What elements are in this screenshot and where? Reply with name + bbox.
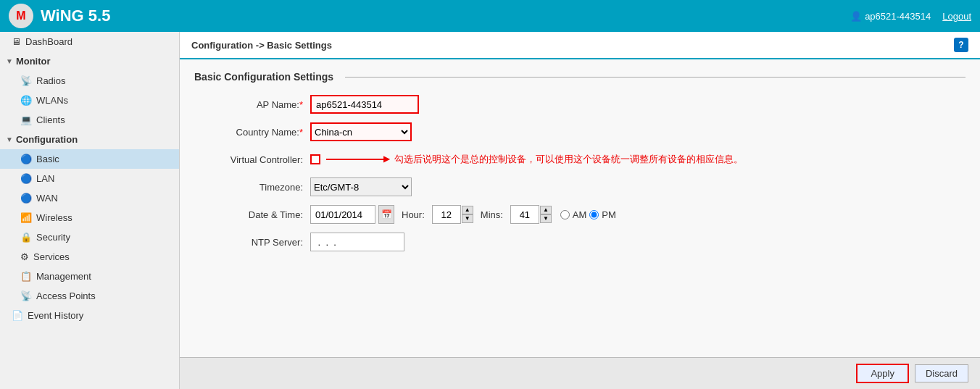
timezone-select[interactable]: Etc/GMT-8 Etc/GMT-7 Etc/GMT+0 Etc/GMT+8 [310, 177, 412, 196]
radios-icon: 📡 [20, 75, 32, 86]
sidebar-item-lan[interactable]: 🔵 LAN [0, 169, 179, 188]
wireless-icon: 📶 [20, 212, 32, 223]
hour-down-button[interactable]: ▼ [462, 214, 473, 223]
country-name-select[interactable]: China-cn USA Japan UK Germany [310, 122, 412, 141]
section-title: Basic Configuration Settings [194, 71, 966, 83]
mins-down-button[interactable]: ▼ [540, 214, 552, 223]
sidebar-item-clients[interactable]: 💻 Clients [0, 110, 179, 130]
logo-icon: M [9, 4, 33, 28]
sidebar-item-services[interactable]: ⚙ Services [0, 247, 179, 267]
sidebar-item-label: WAN [36, 193, 58, 204]
mins-label: Mins: [481, 209, 503, 220]
triangle-icon: ▼ [6, 135, 13, 143]
dashboard-icon: 🖥 [12, 36, 21, 47]
date-time-label: Date & Time: [194, 209, 310, 220]
ap-name-label: AP Name:* [194, 99, 310, 110]
sidebar-item-label: Clients [36, 114, 65, 125]
sidebar-item-label: Basic [36, 154, 59, 164]
access-points-icon: 📡 [20, 290, 32, 301]
required-star: * [299, 127, 303, 138]
header-right: 👤 ap6521-443514 Logout [850, 11, 971, 22]
sidebar-section-configuration[interactable]: ▼ Configuration [0, 130, 179, 149]
calendar-button[interactable]: 📅 [378, 205, 394, 224]
form-area: Basic Configuration Settings AP Name:* C… [180, 59, 980, 357]
timezone-row: Timezone: Etc/GMT-8 Etc/GMT-7 Etc/GMT+0 … [194, 177, 966, 197]
country-name-label: Country Name:* [194, 127, 310, 138]
discard-button[interactable]: Discard [915, 364, 968, 382]
wan-icon: 🔵 [20, 193, 32, 204]
sidebar-item-label: Radios [36, 75, 65, 86]
sidebar-item-label: Security [36, 232, 70, 243]
management-icon: 📋 [20, 271, 32, 282]
sidebar-item-label: LAN [36, 173, 54, 184]
virtual-controller-label: Virtual Controller: [194, 154, 310, 165]
logout-button[interactable]: Logout [942, 11, 971, 22]
sidebar-item-label: Access Points [36, 290, 96, 301]
sidebar-item-wlans[interactable]: 🌐 WLANs [0, 91, 179, 110]
sidebar-item-wireless[interactable]: 📶 Wireless [0, 208, 179, 227]
ap-name-row: AP Name:* [194, 94, 966, 114]
am-label: AM [573, 209, 587, 220]
pm-radio[interactable] [589, 210, 599, 219]
sidebar-item-security[interactable]: 🔒 Security [0, 227, 179, 247]
sidebar-item-label: Wireless [36, 212, 72, 223]
sidebar-item-label: DashBoard [25, 36, 72, 47]
monitor-label: Monitor [16, 56, 51, 67]
hour-input[interactable] [432, 205, 461, 224]
breadcrumb-bar: Configuration -> Basic Settings ? [180, 32, 980, 59]
basic-icon: 🔵 [20, 154, 32, 164]
app-title: WiNG 5.5 [41, 7, 110, 25]
hour-up-button[interactable]: ▲ [462, 206, 473, 214]
date-time-row: Date & Time: 📅 Hour: ▲ ▼ Mins: [194, 204, 966, 225]
mins-spinner[interactable]: ▲ ▼ [540, 206, 552, 223]
breadcrumb: Configuration -> Basic Settings [191, 40, 332, 51]
sidebar-item-basic[interactable]: 🔵 Basic [0, 149, 179, 169]
am-pm-group: AM PM [560, 209, 616, 220]
header-left: M WiNG 5.5 [9, 4, 110, 28]
ntp-server-label: NTP Server: [194, 237, 310, 248]
sidebar-item-label: Services [33, 251, 70, 262]
help-button[interactable]: ? [954, 38, 968, 52]
virtual-controller-row: Virtual Controller: ▶ 勾选后说明这个是总的控制设备，可以使… [194, 149, 966, 170]
ntp-server-input[interactable] [310, 233, 404, 251]
sidebar-item-management[interactable]: 📋 Management [0, 267, 179, 286]
sidebar-item-radios[interactable]: 📡 Radios [0, 71, 179, 91]
arrow-annotation: ▶ 勾选后说明这个是总的控制设备，可以使用这个设备统一调整所有设备的相应信息。 [326, 153, 743, 166]
sidebar: 🖥 DashBoard ▼ Monitor 📡 Radios 🌐 WLANs 💻… [0, 32, 180, 389]
ap-name-input[interactable] [310, 95, 419, 114]
sidebar-section-monitor[interactable]: ▼ Monitor [0, 51, 179, 71]
ntp-server-row: NTP Server: [194, 232, 966, 252]
content-area: Configuration -> Basic Settings ? Basic … [180, 32, 980, 389]
configuration-label: Configuration [16, 134, 78, 145]
sidebar-item-dashboard[interactable]: 🖥 DashBoard [0, 32, 179, 51]
user-icon: 👤 [850, 11, 862, 22]
am-radio[interactable] [560, 210, 570, 219]
apply-button[interactable]: Apply [856, 364, 909, 383]
hour-spinner[interactable]: ▲ ▼ [462, 206, 473, 223]
mins-input[interactable] [510, 205, 539, 224]
header-user: 👤 ap6521-443514 [850, 11, 931, 22]
mins-up-button[interactable]: ▲ [540, 206, 552, 214]
security-icon: 🔒 [20, 232, 32, 243]
required-star: * [299, 99, 303, 110]
sidebar-item-label: WLANs [36, 95, 68, 106]
wlans-icon: 🌐 [20, 95, 32, 106]
footer-bar: Apply Discard [180, 357, 980, 389]
sidebar-item-label: Management [36, 271, 91, 282]
country-name-row: Country Name:* China-cn USA Japan UK Ger… [194, 122, 966, 142]
lan-icon: 🔵 [20, 173, 32, 184]
virtual-controller-checkbox[interactable] [310, 154, 320, 164]
pm-label: PM [602, 209, 616, 220]
services-icon: ⚙ [20, 251, 29, 262]
main-layout: 🖥 DashBoard ▼ Monitor 📡 Radios 🌐 WLANs 💻… [0, 32, 980, 389]
timezone-label: Timezone: [194, 182, 310, 193]
sidebar-item-label: Event History [28, 310, 83, 321]
date-input[interactable] [310, 205, 375, 224]
header: M WiNG 5.5 👤 ap6521-443514 Logout [0, 0, 980, 32]
sidebar-item-access-points[interactable]: 📡 Access Points [0, 286, 179, 306]
triangle-icon: ▼ [6, 57, 13, 65]
sidebar-item-wan[interactable]: 🔵 WAN [0, 188, 179, 208]
annotation-text: 勾选后说明这个是总的控制设备，可以使用这个设备统一调整所有设备的相应信息。 [394, 153, 743, 166]
sidebar-item-event-history[interactable]: 📄 Event History [0, 306, 179, 325]
clients-icon: 💻 [20, 114, 32, 125]
